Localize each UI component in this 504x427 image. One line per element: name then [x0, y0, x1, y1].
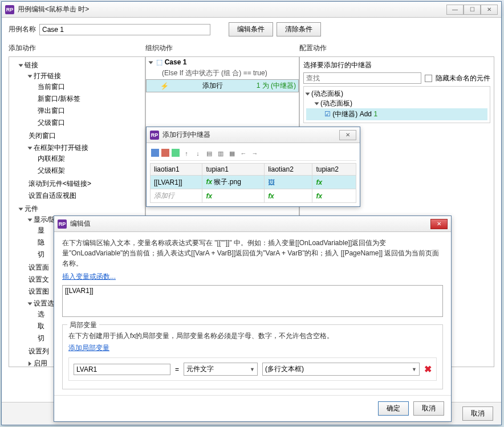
tree-item[interactable]: 父级窗口	[38, 117, 144, 129]
hide-unnamed-checkbox[interactable]	[425, 75, 432, 82]
case-name-input[interactable]	[39, 24, 210, 35]
tree-item[interactable]: 内联框架	[38, 153, 144, 165]
tool-icon[interactable]: ▤	[205, 149, 214, 158]
dlg1-title: 添加行到中继器	[162, 130, 339, 140]
bolt-icon: ⚡	[160, 82, 169, 90]
col-header[interactable]: tupian1	[202, 164, 265, 176]
app-icon: RP	[5, 5, 14, 14]
configure-title: 选择要添加行的中继器	[303, 60, 490, 70]
minimize-button[interactable]: —	[446, 5, 464, 15]
equals-label: =	[175, 365, 179, 373]
dlg1-toolbar: ↑ ↓ ▤ ▥ ▦ ← →	[150, 147, 356, 161]
case-name-label: 用例名称	[9, 25, 36, 34]
tree-item[interactable]: 新窗口/新标签	[38, 93, 144, 105]
main-cancel-button[interactable]: 取消	[462, 406, 493, 421]
main-titlebar: RP 用例编辑<鼠标单击 时> — ☐ ✕	[2, 2, 501, 18]
edit-value-dialog: RP 编辑值 ✕ 在下方编辑区输入文本，变量名称或表达式要写在 "[[""]]"…	[54, 215, 452, 422]
app-icon: RP	[150, 131, 159, 140]
chevron-down-icon: ▼	[412, 367, 417, 372]
expression-textarea[interactable]	[62, 285, 443, 317]
dlg2-close-button[interactable]: ✕	[430, 219, 448, 229]
add-rows-dialog: RP 添加行到中继器 ✕ ↑ ↓ ▤ ▥ ▦ ← → liaotian1 tup…	[146, 127, 360, 207]
local-var-type-select[interactable]: 元件文字▼	[184, 363, 258, 376]
clear-condition-button[interactable]: 清除条件	[277, 22, 321, 36]
delete-var-button[interactable]: ✖	[424, 364, 432, 375]
dlg1-close-button[interactable]: ✕	[339, 130, 356, 140]
case-action-row[interactable]: ⚡ 添加行 1 为 (中继器)	[146, 79, 299, 92]
edit-condition-button[interactable]: 编辑条件	[229, 22, 273, 36]
image-icon: 🖼	[268, 178, 275, 186]
dlg2-title: 编辑值	[70, 219, 430, 229]
tree-item[interactable]: 设置自适应视图	[29, 190, 144, 202]
organize-actions-header: 组织动作	[145, 41, 299, 56]
insert-variable-link[interactable]: 插入变量或函数...	[62, 273, 116, 280]
col-header[interactable]: tupian2	[312, 164, 356, 176]
configure-actions-header: 配置动作	[299, 41, 494, 56]
local-var-row: = 元件文字▼ (多行文本框)▼ ✖	[68, 357, 437, 381]
tree-item[interactable]: 滚动到元件<锚链接>	[29, 178, 144, 190]
local-var-name-input[interactable]	[74, 364, 170, 375]
add-local-var-link[interactable]: 添加局部变量	[68, 344, 109, 352]
maximize-button[interactable]: ☐	[464, 5, 481, 15]
tree-item[interactable]: 弹出窗口	[38, 105, 144, 117]
arrow-up-icon[interactable]: ↑	[182, 149, 191, 158]
tree-item[interactable]: 当前窗口	[38, 81, 144, 93]
tool-icon[interactable]	[151, 149, 159, 157]
tree-item[interactable]: 关闭窗口	[29, 130, 144, 142]
app-icon: RP	[58, 219, 67, 229]
grid-row[interactable]: [[LVAR1]] fx 猴子.png 🖼 fx	[151, 176, 356, 189]
grid-row[interactable]: 添加行 fx fx fx	[151, 189, 356, 203]
arrow-down-icon[interactable]: ↓	[193, 149, 202, 158]
dlg2-cancel-button[interactable]: 取消	[413, 401, 444, 416]
hide-unnamed-label: 隐藏未命名的元件	[436, 74, 490, 83]
col-header[interactable]: liaotian1	[151, 164, 202, 176]
local-var-target-select[interactable]: (多行文本框)▼	[262, 363, 420, 376]
dlg2-help-text: 在下方编辑区输入文本，变量名称或表达式要写在 "[[""]]" 中。例如：插入变…	[62, 238, 443, 269]
tool-icon[interactable]	[172, 149, 180, 157]
tool-icon[interactable]: ▥	[216, 149, 225, 158]
check-icon: ☑	[324, 110, 331, 118]
repeater-tree[interactable]: (动态面板) (动态面板) ☑ (中继器) Add 1	[303, 86, 490, 123]
tool-icon[interactable]	[161, 149, 169, 157]
tree-item[interactable]: 父级框架	[38, 165, 144, 177]
add-actions-header: 添加动作	[9, 41, 145, 56]
case-row[interactable]: ⬚ Case 1	[146, 57, 299, 67]
tool-icon[interactable]: ▦	[227, 149, 237, 158]
rows-grid[interactable]: liaotian1 tupian1 liaotian2 tupian2 [[LV…	[150, 163, 356, 203]
arrow-right-icon[interactable]: →	[250, 149, 259, 158]
main-title: 用例编辑<鼠标单击 时>	[18, 5, 446, 14]
local-vars-legend: 局部变量	[67, 320, 99, 330]
arrow-left-icon[interactable]: ←	[239, 149, 248, 158]
col-header[interactable]: liaotian2	[265, 164, 312, 176]
local-vars-help: 在下方创建用于插入fx的局部变量，局部变量名称必须是字母、数字，不允许包含空格。	[68, 331, 437, 341]
search-input[interactable]	[303, 72, 421, 84]
close-button[interactable]: ✕	[481, 5, 498, 15]
local-vars-fieldset: 局部变量 在下方创建用于插入fx的局部变量，局部变量名称必须是字母、数字，不允许…	[62, 324, 443, 389]
dlg2-ok-button[interactable]: 确定	[378, 401, 409, 416]
chevron-down-icon: ▼	[250, 367, 255, 372]
case-condition: (Else If 选中状态于 (组 合) == true)	[146, 67, 299, 79]
